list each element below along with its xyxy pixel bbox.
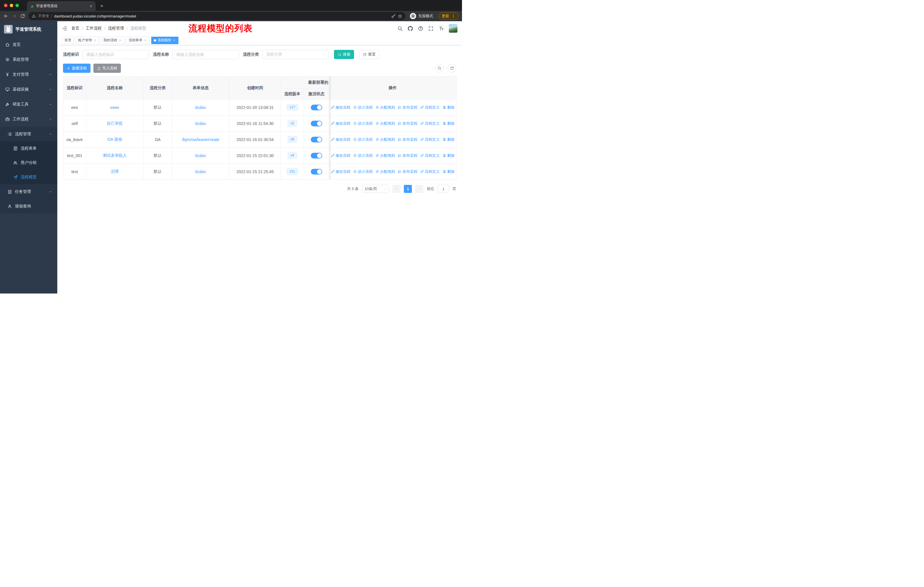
process-definition-link[interactable]: 流程定义	[420, 169, 440, 174]
sidebar-toggle-icon[interactable]	[62, 26, 67, 31]
form-link[interactable]: /bpm/oa/leave/create	[182, 137, 219, 142]
modify-process-link[interactable]: 修改流程	[331, 121, 350, 126]
process-name-link[interactable]: eeee	[110, 105, 119, 110]
address-bar[interactable]: 不安全 dashboard.yudao.iocoder.cn/bpm/manag…	[28, 12, 406, 20]
publish-process-link[interactable]: 发布流程	[398, 105, 417, 110]
tag-home[interactable]: 首页	[62, 37, 74, 44]
sidebar-item-leave-query[interactable]: 请假查询	[0, 199, 57, 213]
process-name-link[interactable]: 滔博	[111, 169, 119, 174]
tag-my-process[interactable]: 我的流程	[101, 37, 124, 44]
delete-link[interactable]: 删除	[442, 137, 455, 142]
form-link[interactable]: biubiu	[195, 105, 206, 110]
toggle-search-button[interactable]	[435, 64, 444, 73]
password-key-icon[interactable]	[391, 14, 396, 18]
category-select[interactable]: 流程分类	[262, 50, 329, 59]
reload-icon[interactable]	[20, 13, 25, 19]
sidebar-item-system[interactable]: 系统管理	[0, 52, 57, 67]
design-process-link[interactable]: 设计流程	[353, 105, 373, 110]
sidebar-item-devtools[interactable]: 研发工具	[0, 97, 57, 112]
assign-rule-link[interactable]: 分配规则	[376, 153, 395, 158]
tag-tenant-management[interactable]: 租户管理	[76, 37, 99, 44]
design-process-link[interactable]: 设计流程	[353, 121, 373, 126]
fullscreen-icon[interactable]	[428, 26, 434, 31]
assign-rule-link[interactable]: 分配规则	[376, 121, 395, 126]
assign-rule-link[interactable]: 分配规则	[376, 169, 395, 174]
search-icon[interactable]	[397, 26, 403, 31]
browser-tab[interactable]: 芋道管理系统	[27, 1, 96, 11]
process-key-input[interactable]	[82, 50, 149, 59]
reset-button[interactable]: 重置	[359, 50, 379, 59]
github-icon[interactable]	[408, 26, 413, 31]
next-page-button[interactable]	[415, 185, 423, 193]
process-definition-link[interactable]: 流程定义	[420, 105, 440, 110]
sidebar-item-user-group[interactable]: 用户分组	[0, 155, 57, 170]
assign-rule-link[interactable]: 分配规则	[376, 137, 395, 142]
active-toggle[interactable]	[311, 153, 322, 159]
close-icon[interactable]	[119, 39, 122, 42]
delete-link[interactable]: 删除	[442, 153, 455, 158]
delete-link[interactable]: 删除	[442, 169, 455, 174]
publish-process-link[interactable]: 发布流程	[398, 121, 417, 126]
sidebar-item-workflow[interactable]: 工作流程	[0, 112, 57, 127]
design-process-link[interactable]: 设计流程	[353, 137, 373, 142]
create-process-button[interactable]: 新建流程	[63, 64, 91, 73]
process-definition-link[interactable]: 流程定义	[420, 137, 440, 142]
process-definition-link[interactable]: 流程定义	[420, 153, 440, 158]
form-link[interactable]: biubiu	[195, 153, 206, 158]
form-link[interactable]: biubiu	[195, 121, 206, 126]
process-name-link[interactable]: 测试多审批人	[103, 153, 127, 158]
process-name-input[interactable]	[172, 50, 239, 59]
design-process-link[interactable]: 设计流程	[353, 169, 373, 174]
active-toggle[interactable]	[311, 137, 322, 142]
sidebar-item-task-management[interactable]: 任务管理	[0, 184, 57, 199]
delete-link[interactable]: 删除	[442, 121, 455, 126]
tag-process-form[interactable]: 流程表单	[126, 37, 150, 44]
sidebar-item-process-model[interactable]: 流程模型	[0, 170, 57, 184]
menu-dots-icon[interactable]	[451, 14, 455, 18]
import-process-button[interactable]: 导入流程	[93, 64, 121, 73]
sidebar-item-infrastructure[interactable]: 基础设施	[0, 82, 57, 97]
active-toggle[interactable]	[311, 121, 322, 126]
new-tab-button[interactable]	[100, 4, 104, 8]
page-number-button[interactable]: 1	[404, 185, 412, 193]
close-window-button[interactable]	[4, 4, 7, 7]
search-button[interactable]: 搜索	[334, 50, 354, 59]
modify-process-link[interactable]: 修改流程	[331, 169, 350, 174]
close-icon[interactable]	[144, 39, 147, 42]
form-link[interactable]: biubiu	[195, 169, 206, 174]
publish-process-link[interactable]: 发布流程	[398, 169, 417, 174]
bookmark-star-icon[interactable]	[398, 14, 402, 18]
close-icon[interactable]	[93, 39, 97, 42]
delete-link[interactable]: 删除	[442, 105, 455, 110]
breadcrumb-workflow[interactable]: 工作流程	[86, 26, 102, 31]
help-icon[interactable]	[418, 26, 423, 31]
breadcrumb-process-management[interactable]: 流程管理	[108, 26, 124, 31]
sidebar-item-payment[interactable]: 支付管理	[0, 67, 57, 82]
prev-page-button[interactable]	[393, 185, 401, 193]
assign-rule-link[interactable]: 分配规则	[376, 105, 395, 110]
app-logo[interactable]: 芋道管理系统	[0, 21, 57, 37]
tag-process-model[interactable]: 流程模型	[151, 37, 178, 44]
refresh-table-button[interactable]	[448, 64, 456, 73]
active-toggle[interactable]	[311, 169, 322, 175]
minimize-window-button[interactable]	[10, 4, 13, 7]
breadcrumb-home[interactable]: 首页	[71, 26, 79, 31]
zoom-window-button[interactable]	[15, 4, 19, 7]
page-size-select[interactable]: 10条/页	[362, 185, 389, 193]
forward-icon[interactable]	[12, 13, 17, 19]
tab-close-icon[interactable]	[89, 4, 93, 8]
design-process-link[interactable]: 设计流程	[353, 153, 373, 158]
sidebar-item-home[interactable]: 首页	[0, 37, 57, 52]
sidebar-item-process-management[interactable]: 流程管理	[0, 127, 57, 141]
publish-process-link[interactable]: 发布流程	[398, 153, 417, 158]
avatar[interactable]	[449, 24, 457, 33]
modify-process-link[interactable]: 修改流程	[331, 153, 350, 158]
font-size-icon[interactable]	[439, 26, 444, 31]
modify-process-link[interactable]: 修改流程	[331, 137, 350, 142]
process-name-link[interactable]: OA 请假	[107, 137, 122, 142]
close-icon[interactable]	[173, 39, 176, 42]
sidebar-item-process-form[interactable]: 流程表单	[0, 141, 57, 155]
active-toggle[interactable]	[311, 105, 322, 110]
process-definition-link[interactable]: 流程定义	[420, 121, 440, 126]
modify-process-link[interactable]: 修改流程	[331, 105, 350, 110]
